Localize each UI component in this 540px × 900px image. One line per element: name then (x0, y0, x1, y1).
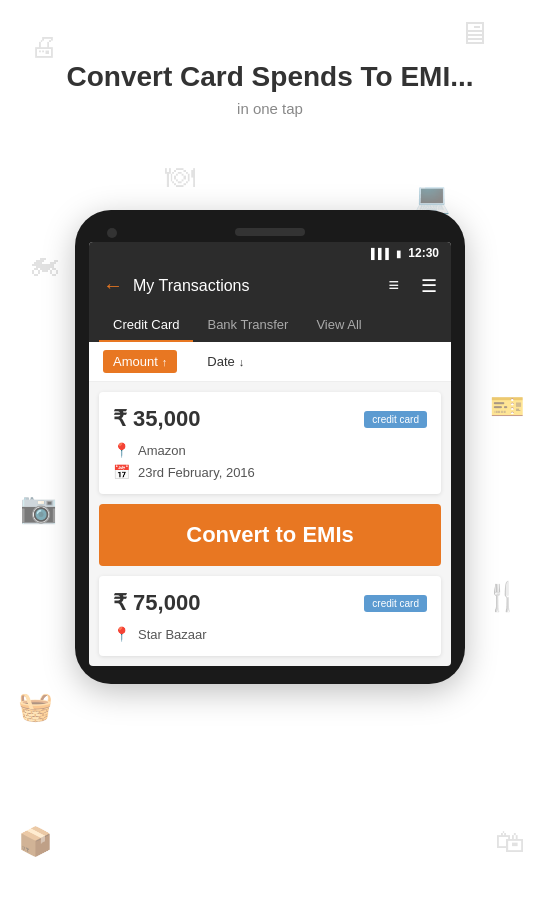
sort-by-amount[interactable]: Amount ↑ (103, 350, 177, 373)
phone-mockup: ▌▌▌ ▮ 12:30 ← My Transactions ≡ ☰ Credit… (75, 210, 465, 684)
back-button[interactable]: ← (103, 274, 123, 297)
motorcycle-icon: 🏍 (28, 245, 60, 282)
merchant-name-2: Star Bazaar (138, 627, 207, 642)
list-icon[interactable]: ☰ (421, 275, 437, 297)
signal-icon: ▌▌▌ (371, 248, 392, 259)
plate-icon: 🍽 (165, 160, 195, 194)
status-icons: ▌▌▌ ▮ (371, 248, 402, 259)
tab-credit-card[interactable]: Credit Card (99, 307, 193, 342)
box-icon: 📦 (18, 825, 53, 858)
calendar-icon-1: 📅 (113, 464, 130, 480)
battery-icon: ▮ (396, 248, 402, 259)
convert-to-emis-button[interactable]: Convert to EMIs (99, 504, 441, 566)
monitor-icon: 🖥 (458, 15, 490, 52)
camera-icon: 📷 (20, 490, 57, 525)
sort-by-date[interactable]: Date ↓ (197, 350, 254, 373)
phone-body: ▌▌▌ ▮ 12:30 ← My Transactions ≡ ☰ Credit… (75, 210, 465, 684)
washer-icon: 🧺 (18, 690, 53, 723)
tab-bank-transfer[interactable]: Bank Transfer (193, 307, 302, 342)
page-title: Convert Card Spends To EMI... (0, 60, 540, 94)
tab-view-all[interactable]: View All (302, 307, 375, 342)
amount-row-1: ₹ 35,000 credit card (113, 406, 427, 432)
date-row-1: 📅 23rd February, 2016 (113, 464, 427, 480)
toolbar-title: My Transactions (133, 277, 366, 295)
phone-screen: ▌▌▌ ▮ 12:30 ← My Transactions ≡ ☰ Credit… (89, 242, 451, 666)
utensils-icon: 🍴 (485, 580, 520, 613)
amount-arrow: ↑ (162, 356, 168, 368)
status-bar: ▌▌▌ ▮ 12:30 (89, 242, 451, 264)
ticket-icon: 🎫 (490, 390, 525, 423)
status-time: 12:30 (408, 246, 439, 260)
page-subtitle: in one tap (0, 100, 540, 117)
transaction-card-2[interactable]: ₹ 75,000 credit card 📍 Star Bazaar (99, 576, 441, 656)
date-arrow: ↓ (239, 356, 245, 368)
transaction-badge-2: credit card (364, 595, 427, 612)
phone-top-bar (89, 228, 451, 236)
location-icon-2: 📍 (113, 626, 130, 642)
printer-icon: 🖨 (30, 30, 58, 63)
transaction-date-1: 23rd February, 2016 (138, 465, 255, 480)
transaction-badge-1: credit card (364, 411, 427, 428)
transaction-card-1[interactable]: ₹ 35,000 credit card 📍 Amazon 📅 23rd Feb… (99, 392, 441, 494)
merchant-row-2: 📍 Star Bazaar (113, 626, 427, 642)
header-section: Convert Card Spends To EMI... in one tap (0, 60, 540, 117)
transaction-amount-2: ₹ 75,000 (113, 590, 200, 616)
shopping-bag-icon: 🛍 (495, 825, 525, 859)
tabs-bar: Credit Card Bank Transfer View All (89, 307, 451, 342)
amount-label: Amount (113, 354, 158, 369)
date-label: Date (207, 354, 234, 369)
merchant-name-1: Amazon (138, 443, 186, 458)
toolbar: ← My Transactions ≡ ☰ (89, 264, 451, 307)
sort-bar: Amount ↑ Date ↓ (89, 342, 451, 382)
filter-icon[interactable]: ≡ (388, 275, 399, 296)
merchant-row-1: 📍 Amazon (113, 442, 427, 458)
transaction-amount-1: ₹ 35,000 (113, 406, 200, 432)
amount-row-2: ₹ 75,000 credit card (113, 590, 427, 616)
location-icon-1: 📍 (113, 442, 130, 458)
phone-camera (107, 228, 117, 238)
phone-speaker (235, 228, 305, 236)
